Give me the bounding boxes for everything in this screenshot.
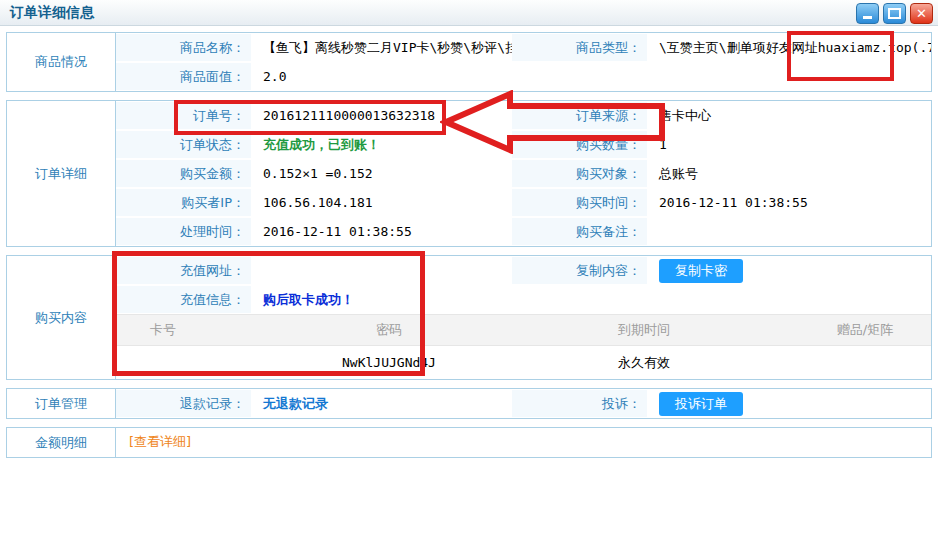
row-recharge-info: 充值信息： 购后取卡成功！ (116, 285, 931, 314)
password-header: 密码 (289, 315, 489, 345)
close-icon: ✕ (916, 6, 927, 21)
buy-quantity-label: 购买数量： (512, 131, 647, 158)
order-source-label: 订单来源： (512, 102, 647, 129)
product-name-value: 【鱼飞】离线秒赞二月VIP卡\秒赞\秒评\挂挂 (251, 33, 512, 62)
refund-record-value: 无退款记录 (251, 389, 512, 418)
complaint-label: 投诉： (512, 390, 647, 417)
product-type-value: \互赞主页\删单项好友网址huaxiamz.top(.7517 (647, 33, 931, 62)
order-no-value: 2016121110000013632318 (251, 101, 512, 130)
recharge-url-label: 充值网址： (116, 257, 251, 284)
recharge-url-value (251, 256, 512, 285)
panel-product: 商品情况 商品名称： 【鱼飞】离线秒赞二月VIP卡\秒赞\秒评\挂挂 商品类型：… (6, 32, 932, 92)
page-title: 订单详细信息 (10, 4, 94, 22)
order-status-label: 订单状态： (116, 131, 251, 158)
product-type-label: 商品类型： (512, 34, 647, 61)
buy-amount-value: 0.152×1 =0.152 (251, 159, 512, 188)
product-name-label: 商品名称： (116, 34, 251, 61)
section-title-purchase: 购买内容 (7, 256, 116, 379)
section-title-amount: 金额明细 (7, 428, 116, 457)
panel-manage: 订单管理 退款记录： 无退款记录 投诉： 投诉订单 (6, 388, 932, 419)
product-face-value: 2.0 (251, 62, 512, 91)
row-order-3: 购买者IP： 106.56.104.181 购买时间： 2016-12-11 0… (116, 188, 931, 217)
row-recharge-url: 充值网址： 复制内容： 复制卡密 (116, 256, 931, 285)
minimize-icon (863, 16, 872, 19)
maximize-button[interactable] (883, 3, 906, 24)
row-product-name-type: 商品名称： 【鱼飞】离线秒赞二月VIP卡\秒赞\秒评\挂挂 商品类型： \互赞主… (116, 33, 931, 62)
close-button[interactable]: ✕ (910, 3, 933, 24)
window-controls: ✕ (856, 3, 933, 24)
panel-amount: 金额明细 [查看详细] (6, 427, 932, 458)
buy-time-value: 2016-12-11 01:38:55 (647, 188, 931, 217)
row-order-1: 订单状态： 充值成功，已到账！ 购买数量： 1 (116, 130, 931, 159)
buy-remark-value (647, 217, 931, 246)
panel-order: 订单详细 订单号： 2016121110000013632318 订单来源： 售… (6, 100, 932, 247)
buyer-ip-value: 106.56.104.181 (251, 188, 512, 217)
section-title-manage: 订单管理 (7, 389, 116, 418)
card-no-cell (116, 346, 289, 379)
row-amount: [查看详细] (116, 428, 931, 457)
order-no-label: 订单号： (116, 102, 251, 129)
titlebar: 订单详细信息 (0, 0, 938, 26)
copy-card-secret-button[interactable]: 复制卡密 (659, 259, 743, 283)
order-status-value: 充值成功，已到账！ (251, 130, 512, 159)
row-manage: 退款记录： 无退款记录 投诉： 投诉订单 (116, 389, 931, 418)
expiry-header: 到期时间 (489, 315, 799, 345)
row-order-4: 处理时间： 2016-12-11 01:38:55 购买备注： (116, 217, 931, 246)
buy-quantity-value: 1 (647, 130, 931, 159)
buy-remark-label: 购买备注： (512, 218, 647, 245)
buy-amount-label: 购买金额： (116, 160, 251, 187)
copy-content-label: 复制内容： (512, 257, 647, 284)
password-cell: NwKlJUJGNd4J (289, 346, 489, 379)
buy-target-label: 购买对象： (512, 160, 647, 187)
section-title-product: 商品情况 (7, 33, 116, 91)
gift-header: 赠品/矩阵 (799, 315, 931, 345)
process-time-label: 处理时间： (116, 218, 251, 245)
recharge-info-value: 购后取卡成功！ (251, 285, 512, 314)
section-title-order: 订单详细 (7, 101, 116, 246)
card-no-header: 卡号 (116, 315, 289, 345)
buy-target-value: 总账号 (647, 159, 931, 188)
complain-order-button[interactable]: 投诉订单 (659, 392, 743, 416)
process-time-value: 2016-12-11 01:38:55 (251, 217, 512, 246)
maximize-icon (888, 8, 901, 19)
buy-time-label: 购买时间： (512, 189, 647, 216)
buyer-ip-label: 购买者IP： (116, 189, 251, 216)
product-face-label: 商品面值： (116, 63, 251, 90)
recharge-info-label: 充值信息： (116, 286, 251, 313)
row-order-2: 购买金额： 0.152×1 =0.152 购买对象： 总账号 (116, 159, 931, 188)
panel-purchase: 购买内容 充值网址： 复制内容： 复制卡密 充值信息： 购后取卡成功！ 卡号 密… (6, 255, 932, 380)
row-product-face: 商品面值： 2.0 (116, 62, 931, 91)
gift-cell (799, 346, 931, 379)
refund-record-label: 退款记录： (116, 390, 251, 417)
minimize-button[interactable] (856, 3, 879, 24)
expiry-cell: 永久有效 (489, 346, 799, 379)
card-table-header: 卡号 密码 到期时间 赠品/矩阵 (116, 314, 931, 346)
view-detail-link[interactable]: [查看详细] (116, 428, 191, 457)
row-order-0: 订单号： 2016121110000013632318 订单来源： 售卡中心 (116, 101, 931, 130)
card-table-row: NwKlJUJGNd4J 永久有效 (116, 346, 931, 379)
order-source-value: 售卡中心 (647, 101, 931, 130)
